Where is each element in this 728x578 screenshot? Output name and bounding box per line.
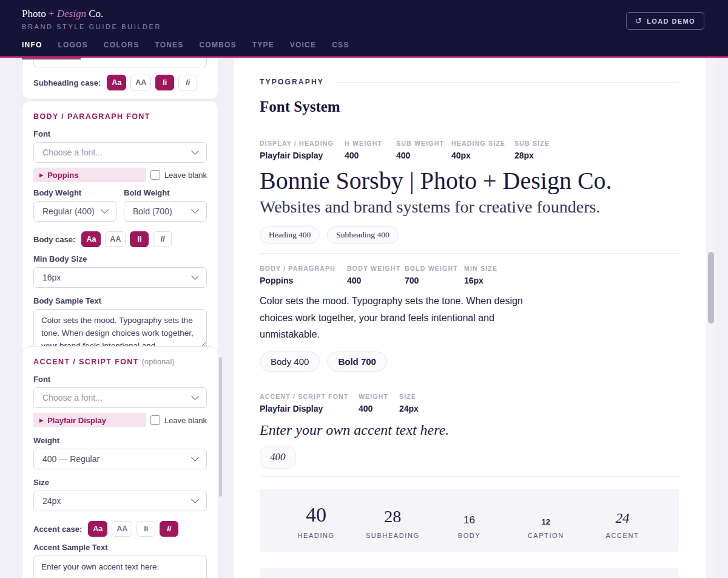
scale-label: HEADING <box>278 532 354 539</box>
sidebar-scrollbar-thumb[interactable] <box>219 357 222 497</box>
spec-label: SUB WEIGHT <box>396 140 451 147</box>
divider <box>260 384 679 384</box>
spec-col: SIZE24px <box>399 393 419 413</box>
heading-weight-pill: Heading 400 <box>260 226 320 243</box>
body-spec-row: BODY / PARAGRAPHPoppins BODY WEIGHT400 B… <box>260 265 679 285</box>
body-case-label: Body case: <box>33 235 75 244</box>
spec-label: SUB SIZE <box>514 140 550 147</box>
chevron-down-icon <box>191 206 199 214</box>
tab-css[interactable]: CSS <box>332 41 349 50</box>
spec-col: MIN SIZE16px <box>464 265 497 285</box>
spec-col: DISPLAY / HEADINGPlayfair Display <box>260 140 345 160</box>
scale-value: 24 <box>584 501 661 526</box>
typography-section-header: TYPOGRAPHY <box>260 78 679 86</box>
nav-tabs: INFO LOGOS COLORS TONES COMBOS TYPE VOIC… <box>22 41 349 50</box>
scale-label: CAPTION <box>508 532 584 539</box>
font-label: Font <box>33 129 207 138</box>
case-button-regular[interactable]: Ii <box>136 521 155 537</box>
accent-sample-text: Enter your own accent text here. <box>260 422 679 438</box>
spec-col: BODY WEIGHT400 <box>347 265 405 285</box>
accent-leave-blank[interactable]: Leave blank <box>150 415 207 425</box>
accent-font-card: ACCENT / SCRIPT FONT (optional) Font Cho… <box>22 346 218 578</box>
spec-label: SIZE <box>399 393 419 400</box>
chevron-down-icon <box>191 392 199 400</box>
brand-logo: Photo + Design Co. <box>22 8 103 20</box>
brand-subtitle: BRAND STYLE GUIDE BUILDER <box>22 23 161 30</box>
spec-label: ACCENT / SCRIPT FONT <box>260 393 359 400</box>
tab-colors[interactable]: COLORS <box>104 41 140 50</box>
body-sample-textarea[interactable]: Color sets the mood. Typography sets the… <box>33 309 207 348</box>
section-rule <box>335 82 679 83</box>
chevron-down-icon <box>191 454 199 461</box>
brand-plus: + <box>49 8 55 19</box>
case-button-sentence[interactable]: Aa <box>88 521 107 537</box>
accent-case-label: Accent case: <box>33 525 82 534</box>
case-button-sentence[interactable]: Aa <box>81 231 101 247</box>
spec-col: H WEIGHT400 <box>345 140 396 160</box>
case-button-regular[interactable]: Ii <box>155 75 174 90</box>
scale-label: BODY <box>431 532 507 539</box>
body-weight-value: Regular (400) <box>42 206 95 216</box>
leave-blank-checkbox[interactable] <box>150 415 160 425</box>
accent-size-value: 24px <box>42 496 61 506</box>
selected-accent-font-tag[interactable]: ▶Playfair Display <box>33 413 146 427</box>
scale-item-caption: 12CAPTION <box>508 501 584 539</box>
brand-design: Design <box>57 8 86 19</box>
body-weight-select[interactable]: Regular (400) <box>33 201 116 222</box>
accent-size-select[interactable]: 24px <box>33 491 207 511</box>
chevron-down-icon <box>191 147 199 155</box>
chevron-down-icon <box>191 272 199 280</box>
case-button-italic[interactable]: Ii <box>153 231 172 247</box>
leave-blank-checkbox[interactable] <box>150 170 160 180</box>
case-button-upper[interactable]: AA <box>112 521 132 537</box>
scale-value: 16 <box>431 501 507 526</box>
spec-label: BOLD WEIGHT <box>405 265 464 272</box>
accent-font-select[interactable]: Choose a font... <box>33 387 207 408</box>
case-button-italic[interactable]: Ii <box>160 521 178 537</box>
spec-col: BODY / PARAGRAPHPoppins <box>260 265 347 285</box>
bold-weight-select[interactable]: Bold (700) <box>124 201 207 222</box>
page-scrollbar[interactable] <box>706 58 716 578</box>
active-tab-underline <box>22 58 81 59</box>
spec-value: 40px <box>451 151 514 160</box>
tab-tones[interactable]: TONES <box>155 41 183 50</box>
tab-logos[interactable]: LOGOS <box>58 41 87 50</box>
spec-col: HEADING SIZE40px <box>451 140 514 160</box>
spec-value: 400 <box>359 404 399 413</box>
accent-sample-textarea[interactable]: Enter your own accent text here. <box>33 556 207 578</box>
bold-weight-label: Bold Weight <box>124 188 207 197</box>
refresh-icon: ↺ <box>635 16 642 25</box>
tab-info[interactable]: INFO <box>22 41 42 50</box>
scale-item-subheading: 28SUBHEADING <box>354 501 431 539</box>
selected-body-font-tag[interactable]: ▶Poppins <box>33 168 146 182</box>
min-body-size-select[interactable]: 16px <box>33 267 207 288</box>
accent-font-title-text: ACCENT / SCRIPT FONT <box>33 358 139 366</box>
body-font-select[interactable]: Choose a font... <box>33 142 207 163</box>
play-icon: ▶ <box>39 172 43 178</box>
body-weight-pill: Body 400 <box>260 352 320 372</box>
body-leave-blank[interactable]: Leave blank <box>150 170 207 180</box>
tab-voice[interactable]: VOICE <box>290 41 316 50</box>
case-button-upper[interactable]: AA <box>105 231 126 247</box>
accent-font-title: ACCENT / SCRIPT FONT (optional) <box>33 358 207 366</box>
page-scrollbar-thumb[interactable] <box>708 252 714 324</box>
body-sample-paragraph: Color sets the mood. Typography sets the… <box>260 293 551 343</box>
leave-blank-label: Leave blank <box>164 171 207 180</box>
tab-type[interactable]: TYPE <box>252 41 274 50</box>
spec-col: BOLD WEIGHT700 <box>405 265 464 285</box>
case-button-regular[interactable]: Ii <box>130 231 149 247</box>
body-sample-label: Body Sample Text <box>33 296 207 305</box>
case-button-sentence[interactable]: Aa <box>107 75 126 90</box>
page-title: Font System <box>260 98 679 115</box>
scale-value: 28 <box>354 501 431 526</box>
spec-col: SUB SIZE28px <box>514 140 550 160</box>
case-button-italic[interactable]: Ii <box>178 75 197 90</box>
load-demo-button[interactable]: ↺LOAD DEMO <box>626 12 704 30</box>
accent-weight-select[interactable]: 400 — Regular <box>33 449 207 469</box>
spec-value: 24px <box>399 404 419 413</box>
accent-weight-value: 400 — Regular <box>42 454 99 464</box>
subheading-case-group: Subheading case: Aa AA Ii Ii <box>33 75 207 90</box>
case-button-upper[interactable]: AA <box>130 75 151 90</box>
tab-combos[interactable]: COMBOS <box>199 41 236 50</box>
brand-co: Co. <box>89 8 103 19</box>
